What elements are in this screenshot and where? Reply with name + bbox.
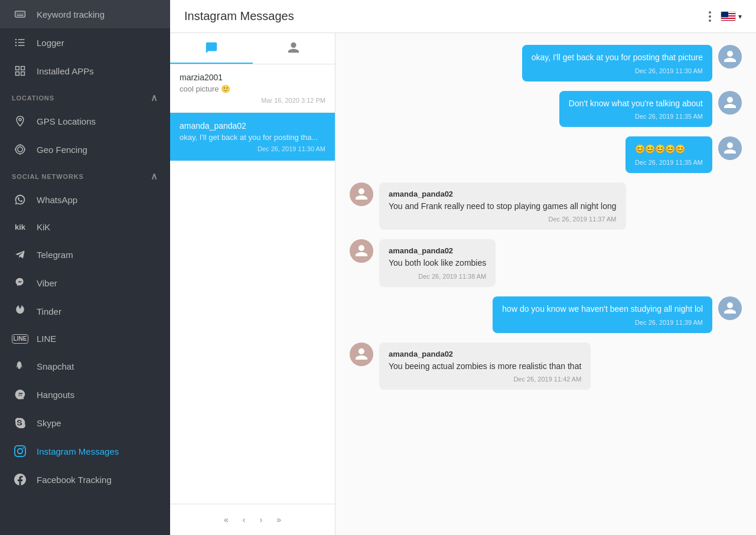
message-text: okay, I'll get back at you for posting t…	[532, 52, 703, 64]
sidebar-label-facebook-tracking: Facebook Tracking	[37, 475, 112, 485]
avatar	[350, 239, 373, 263]
message-row: how do you know we haven't been studying…	[350, 296, 742, 333]
language-selector[interactable]: ▾	[721, 11, 742, 21]
chevron-up-icon2: ∧	[151, 171, 158, 182]
message-time: Dec 26, 2019 11:39 AM	[502, 319, 703, 326]
skype-icon	[12, 417, 28, 429]
grid-icon	[12, 65, 28, 77]
sidebar-label-instagram-messages: Instagram Messages	[37, 446, 119, 456]
header: Instagram Messages ▾	[170, 0, 756, 33]
tinder-icon	[12, 305, 28, 317]
pin-icon	[12, 115, 28, 127]
hangouts-icon	[12, 389, 28, 400]
tab-person[interactable]	[253, 33, 335, 64]
message-row: okay, I'll get back at you for posting t…	[350, 45, 742, 81]
sidebar-label-telegram: Telegram	[37, 250, 73, 260]
more-options-button[interactable]	[706, 9, 713, 24]
sidebar-item-hangouts[interactable]: Hangouts	[0, 380, 170, 409]
sidebar-item-instagram-messages[interactable]: Instagram Messages	[0, 437, 170, 465]
sidebar-item-skype[interactable]: Skype	[0, 409, 170, 437]
sidebar-item-telegram[interactable]: Telegram	[0, 240, 170, 269]
header-right: ▾	[706, 9, 742, 24]
tab-chat[interactable]	[170, 33, 253, 64]
conversation-list: marzia2001 cool picture 🙂 Mar 16, 2020 3…	[170, 33, 335, 535]
svg-point-18	[18, 147, 22, 152]
conv-item-amanda[interactable]: amanda_panda02 okay, I'll get back at yo…	[170, 113, 335, 161]
conv-name: amanda_panda02	[180, 121, 325, 131]
page-title: Instagram Messages	[184, 9, 294, 23]
message-bubble: amanda_panda02 You beeing actual zombies…	[379, 342, 591, 390]
conv-time: Dec 26, 2019 11:30 AM	[180, 145, 325, 152]
line-icon: LINE	[12, 334, 28, 344]
chevron-down-icon: ▾	[738, 12, 742, 21]
sidebar-item-snapchat[interactable]: Snapchat	[0, 352, 170, 380]
whatsapp-icon	[12, 194, 28, 205]
viber-icon	[12, 277, 28, 289]
pagination-first[interactable]: «	[220, 513, 232, 527]
sidebar-item-gps-locations[interactable]: GPS Locations	[0, 107, 170, 135]
sidebar-item-logger[interactable]: Logger	[0, 28, 170, 57]
section-social-label: SOCIAL NETWORKS	[12, 173, 84, 180]
sidebar-label-line: LINE	[37, 334, 56, 344]
conv-time: Mar 16, 2020 3:12 PM	[180, 97, 325, 104]
message-sender: amanda_panda02	[389, 190, 617, 198]
message-row: amanda_panda02 You and Frank really need…	[350, 182, 742, 230]
svg-point-17	[16, 145, 25, 154]
message-row: Don't know what you're talking about Dec…	[350, 91, 742, 128]
message-text: Don't know what you're talking about	[569, 98, 703, 110]
sidebar-item-line[interactable]: LINE LINE	[0, 325, 170, 352]
message-bubble: okay, I'll get back at you for posting t…	[522, 45, 712, 81]
pagination: « ‹ › »	[170, 504, 335, 535]
section-social-networks[interactable]: SOCIAL NETWORKS ∧	[0, 164, 170, 185]
sidebar-item-whatsapp[interactable]: WhatsApp	[0, 185, 170, 214]
pagination-prev[interactable]: ‹	[239, 513, 249, 527]
avatar	[718, 136, 742, 160]
svg-point-10	[15, 42, 17, 44]
message-sender: amanda_panda02	[389, 246, 486, 255]
kik-icon: kik	[12, 223, 28, 231]
svg-rect-12	[16, 67, 19, 70]
sidebar-item-keyword-tracking[interactable]: Keyword tracking	[0, 0, 170, 28]
avatar	[718, 91, 742, 115]
sidebar-item-facebook-tracking[interactable]: Facebook Tracking	[0, 465, 170, 494]
svg-rect-15	[21, 72, 25, 76]
message-time: Dec 26, 2019 11:35 AM	[635, 159, 703, 166]
chevron-up-icon: ∧	[151, 92, 158, 103]
message-text: how do you know we haven't been studying…	[502, 304, 703, 315]
conv-name: marzia2001	[180, 73, 325, 82]
svg-rect-14	[16, 72, 19, 76]
sidebar-label-snapchat: Snapchat	[37, 361, 74, 371]
message-row: amanda_panda02 You beeing actual zombies…	[350, 342, 742, 390]
message-text: You both look like zombies	[389, 257, 486, 269]
message-time: Dec 26, 2019 11:37 AM	[389, 216, 617, 223]
message-bubble: amanda_panda02 You and Frank really need…	[379, 182, 626, 230]
main-area: Instagram Messages ▾	[170, 0, 756, 535]
conv-item-marzia[interactable]: marzia2001 cool picture 🙂 Mar 16, 2020 3…	[170, 64, 335, 113]
svg-rect-13	[21, 67, 25, 70]
sidebar-item-tinder[interactable]: Tinder	[0, 297, 170, 325]
sidebar-item-viber[interactable]: Viber	[0, 269, 170, 297]
message-text: You beeing actual zombies is more realis…	[389, 361, 581, 373]
message-sender: amanda_panda02	[389, 350, 581, 358]
snapchat-icon	[12, 360, 28, 372]
instagram-icon	[12, 445, 28, 457]
sidebar-item-kik[interactable]: kik KiK	[0, 214, 170, 240]
us-flag-icon	[721, 11, 736, 21]
message-text: You and Frank really need to stop playin…	[389, 201, 617, 213]
avatar	[350, 182, 373, 206]
sidebar-label-installed-apps: Installed APPs	[37, 66, 94, 76]
pagination-next[interactable]: ›	[256, 513, 266, 527]
sidebar-item-geo-fencing[interactable]: Geo Fencing	[0, 135, 170, 164]
avatar	[350, 342, 373, 366]
chat-area: okay, I'll get back at you for posting t…	[335, 33, 756, 535]
message-row: 😊😊😊😊😊 Dec 26, 2019 11:35 AM	[350, 136, 742, 173]
sidebar: Keyword tracking Logger Installed APPs L…	[0, 0, 170, 535]
keyboard-icon	[12, 8, 28, 20]
sidebar-item-installed-apps[interactable]: Installed APPs	[0, 57, 170, 85]
sidebar-label-kik: KiK	[37, 222, 50, 232]
sidebar-label-geo-fencing: Geo Fencing	[37, 145, 87, 155]
pagination-last[interactable]: »	[273, 513, 285, 527]
section-locations[interactable]: LOCATIONS ∧	[0, 85, 170, 107]
conversation-items: marzia2001 cool picture 🙂 Mar 16, 2020 3…	[170, 64, 335, 504]
message-time: Dec 26, 2019 11:42 AM	[389, 376, 581, 383]
